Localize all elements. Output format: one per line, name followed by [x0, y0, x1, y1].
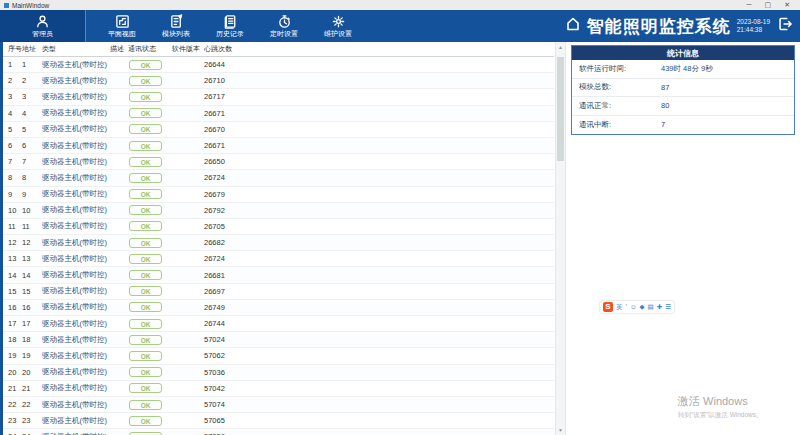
- cell-address: 10: [22, 206, 42, 215]
- minimize-button[interactable]: ─: [747, 0, 752, 10]
- cell-seq: 15: [3, 287, 22, 296]
- cell-address: 20: [22, 368, 42, 377]
- mic-icon[interactable]: ◆: [640, 301, 645, 313]
- toolbar-button-module-list[interactable]: 模块列表: [150, 10, 202, 42]
- close-button[interactable]: ✕: [784, 0, 790, 10]
- cell-type: 驱动器主机(带时控): [42, 302, 110, 312]
- admin-button[interactable]: 管理员: [0, 10, 86, 42]
- plan-view-icon: [115, 14, 130, 29]
- toolbar-button-history[interactable]: 历史记录: [204, 10, 256, 42]
- cell-seq: 11: [3, 222, 22, 231]
- cell-status: OK: [128, 157, 172, 167]
- cell-address: 19: [22, 351, 42, 360]
- cell-type: 驱动器主机(带时控): [42, 124, 110, 134]
- table-row[interactable]: 2 2 驱动器主机(带时控) OK 26710: [3, 73, 554, 89]
- cell-type: 驱动器主机(带时控): [42, 335, 110, 345]
- watermark-line1: 激活 Windows: [678, 394, 763, 409]
- table-scrollbar[interactable]: ▲ ▼: [555, 42, 566, 435]
- table-row[interactable]: 4 4 驱动器主机(带时控) OK 26671: [3, 106, 554, 122]
- stat-row-runtime: 软件运行时间: 439时 48分 9秒: [572, 60, 794, 79]
- cell-address: 12: [22, 238, 42, 247]
- status-badge: OK: [129, 60, 162, 70]
- cell-type: 驱动器主机(带时控): [42, 205, 110, 215]
- logout-icon[interactable]: [776, 15, 794, 37]
- cell-seq: 7: [3, 157, 22, 166]
- status-badge: OK: [129, 335, 162, 345]
- cell-status: OK: [128, 221, 172, 231]
- cell-heartbeat: 26644: [204, 60, 254, 69]
- table-row[interactable]: 22 22 驱动器主机(带时控) OK 57074: [3, 397, 554, 413]
- table-row[interactable]: 24 24 驱动器主机(带时控) OK 57059: [3, 429, 554, 435]
- cell-address: 7: [22, 157, 42, 166]
- table-row[interactable]: 5 5 驱动器主机(带时控) OK 26670: [3, 122, 554, 138]
- ime-toolbar[interactable]: S 英’☺◆▤✚☰: [600, 301, 674, 313]
- table-row[interactable]: 8 8 驱动器主机(带时控) OK 26724: [3, 170, 554, 186]
- cell-seq: 18: [3, 335, 22, 344]
- table-row[interactable]: 20 20 驱动器主机(带时控) OK 57036: [3, 365, 554, 381]
- table-row[interactable]: 17 17 驱动器主机(带时控) OK 26744: [3, 316, 554, 332]
- punctuation-icon[interactable]: ’: [626, 301, 627, 313]
- cell-status: OK: [128, 76, 172, 86]
- table-row[interactable]: 6 6 驱动器主机(带时控) OK 26671: [3, 138, 554, 154]
- cell-type: 驱动器主机(带时控): [42, 416, 110, 426]
- status-badge: OK: [129, 286, 162, 296]
- cell-heartbeat: 26681: [204, 271, 254, 280]
- cell-heartbeat: 26724: [204, 173, 254, 182]
- cell-status: OK: [128, 400, 172, 410]
- table-row[interactable]: 12 12 驱动器主机(带时控) OK 26682: [3, 235, 554, 251]
- cell-type: 驱动器主机(带时控): [42, 383, 110, 393]
- cell-seq: 13: [3, 254, 22, 263]
- toolbar-button-maintenance-settings[interactable]: 维护设置: [312, 10, 364, 42]
- cell-type: 驱动器主机(带时控): [42, 367, 110, 377]
- timer-settings-label: 定时设置: [270, 30, 298, 38]
- table-row[interactable]: 11 11 驱动器主机(带时控) OK 26705: [3, 219, 554, 235]
- gear-icon: [331, 14, 346, 29]
- table-row[interactable]: 19 19 驱动器主机(带时控) OK 57062: [3, 348, 554, 364]
- stat-row-comm-ok: 通讯正常: 80: [572, 97, 794, 116]
- skin-icon[interactable]: ✚: [657, 301, 662, 313]
- cell-heartbeat: 26710: [204, 76, 254, 85]
- table-row[interactable]: 10 10 驱动器主机(带时控) OK 26792: [3, 203, 554, 219]
- emoji-icon[interactable]: ☺: [630, 301, 637, 313]
- status-badge: OK: [129, 76, 162, 86]
- table-row[interactable]: 7 7 驱动器主机(带时控) OK 26650: [3, 154, 554, 170]
- stopwatch-icon: [277, 14, 292, 29]
- scrollbar-up-arrow[interactable]: ▲: [556, 42, 565, 52]
- cell-type: 驱动器主机(带时控): [42, 270, 110, 280]
- cell-heartbeat: 26724: [204, 254, 254, 263]
- lang-indicator[interactable]: 英: [616, 301, 623, 313]
- cell-type: 驱动器主机(带时控): [42, 108, 110, 118]
- status-badge: OK: [129, 124, 162, 134]
- cell-status: OK: [128, 335, 172, 345]
- status-badge: OK: [129, 92, 162, 102]
- cell-status: OK: [128, 302, 172, 312]
- scrollbar-down-arrow[interactable]: ▼: [556, 425, 565, 435]
- keyboard-icon[interactable]: ▤: [648, 301, 654, 313]
- maximize-button[interactable]: ▢: [765, 0, 772, 10]
- table-row[interactable]: 23 23 驱动器主机(带时控) OK 57065: [3, 413, 554, 429]
- toolbox-icon[interactable]: ☰: [665, 301, 671, 313]
- cell-seq: 10: [3, 206, 22, 215]
- table-row[interactable]: 21 21 驱动器主机(带时控) OK 57042: [3, 381, 554, 397]
- ime-logo[interactable]: S: [603, 302, 613, 312]
- cell-address: 9: [22, 190, 42, 199]
- cell-type: 驱动器主机(带时控): [42, 92, 110, 102]
- table-row[interactable]: 9 9 驱动器主机(带时控) OK 26679: [3, 187, 554, 203]
- toolbar-button-timer-settings[interactable]: 定时设置: [258, 10, 310, 42]
- table-row[interactable]: 13 13 驱动器主机(带时控) OK 26724: [3, 251, 554, 267]
- stat-value: 87: [661, 83, 669, 92]
- table-row[interactable]: 16 16 驱动器主机(带时控) OK 26749: [3, 300, 554, 316]
- plan-view-label: 平面视图: [108, 30, 136, 38]
- table-row[interactable]: 15 15 驱动器主机(带时控) OK 26697: [3, 284, 554, 300]
- table-row[interactable]: 14 14 驱动器主机(带时控) OK 26681: [3, 267, 554, 283]
- toolbar-button-plan-view[interactable]: 平面视图: [96, 10, 148, 42]
- status-badge: OK: [129, 189, 162, 199]
- cell-seq: 4: [3, 109, 22, 118]
- cell-seq: 6: [3, 141, 22, 150]
- table-row[interactable]: 1 1 驱动器主机(带时控) OK 26644: [3, 57, 554, 73]
- scrollbar-thumb[interactable]: [557, 57, 564, 161]
- table-row[interactable]: 18 18 驱动器主机(带时控) OK 57024: [3, 332, 554, 348]
- stat-row-total-modules: 模块总数: 87: [572, 79, 794, 98]
- table-row[interactable]: 3 3 驱动器主机(带时控) OK 26717: [3, 89, 554, 105]
- cell-status: OK: [128, 254, 172, 264]
